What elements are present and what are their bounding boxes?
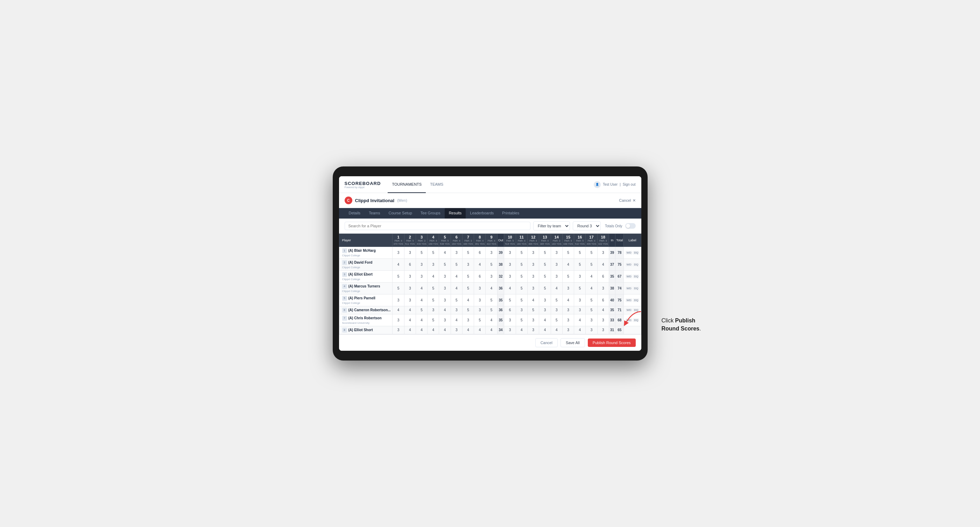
hole-15-score[interactable]: 5 — [562, 246, 574, 259]
hole-5-score[interactable]: 3 — [439, 270, 451, 282]
hole-13-score[interactable]: 5 — [539, 246, 551, 259]
dq-badge[interactable]: DQ — [633, 286, 639, 290]
tab-details[interactable]: Details — [345, 208, 365, 219]
hole-15-score[interactable]: 3 — [562, 326, 574, 334]
hole-9-score[interactable]: 4 — [486, 314, 497, 326]
hole-6-score[interactable]: 3 — [451, 326, 462, 334]
wd-badge[interactable]: WD — [625, 263, 632, 267]
hole-5-score[interactable]: 3 — [439, 282, 451, 294]
hole-9-score[interactable]: 4 — [486, 282, 497, 294]
hole-7-score[interactable]: 5 — [462, 306, 474, 314]
hole-2-score[interactable]: 6 — [404, 259, 416, 270]
hole-4-score[interactable]: 5 — [428, 246, 439, 259]
hole-13-score[interactable]: 5 — [539, 270, 551, 282]
hole-1-score[interactable]: 3 — [393, 294, 404, 306]
hole-6-score[interactable]: 5 — [451, 294, 462, 306]
hole-14-score[interactable]: 3 — [551, 246, 562, 259]
hole-7-score[interactable]: 5 — [462, 282, 474, 294]
dq-badge[interactable]: DQ — [633, 263, 639, 267]
hole-17-score[interactable]: 5 — [586, 259, 597, 270]
hole-8-score[interactable]: 6 — [474, 270, 486, 282]
cancel-button[interactable]: Cancel — [535, 338, 558, 347]
tab-tee-groups[interactable]: Tee Groups — [416, 208, 445, 219]
hole-11-score[interactable]: 5 — [516, 314, 527, 326]
hole-4-score[interactable]: 4 — [428, 270, 439, 282]
hole-10-score[interactable]: 3 — [504, 326, 516, 334]
hole-17-score[interactable]: 5 — [586, 246, 597, 259]
hole-18-score[interactable]: 6 — [597, 270, 609, 282]
hole-12-score[interactable]: 3 — [528, 270, 539, 282]
hole-16-score[interactable]: 5 — [574, 282, 586, 294]
filter-by-team-select[interactable]: Filter by team — [533, 221, 570, 230]
wd-badge[interactable]: WD — [625, 298, 632, 302]
hole-18-score[interactable]: 3 — [597, 282, 609, 294]
hole-4-score[interactable]: 5 — [428, 282, 439, 294]
hole-11-score[interactable]: 3 — [516, 306, 527, 314]
hole-1-score[interactable]: 3 — [393, 314, 404, 326]
hole-5-score[interactable]: 3 — [439, 294, 451, 306]
hole-7-score[interactable]: 3 — [462, 314, 474, 326]
hole-1-score[interactable]: 5 — [393, 270, 404, 282]
wd-badge[interactable]: WD — [625, 275, 632, 278]
hole-3-score[interactable]: 5 — [416, 246, 427, 259]
hole-11-score[interactable]: 5 — [516, 270, 527, 282]
hole-16-score[interactable]: 3 — [574, 270, 586, 282]
hole-12-score[interactable]: 3 — [528, 326, 539, 334]
totals-only-toggle[interactable] — [625, 223, 636, 229]
hole-9-score[interactable]: 4 — [486, 326, 497, 334]
hole-10-score[interactable]: 4 — [504, 282, 516, 294]
hole-8-score[interactable]: 3 — [474, 294, 486, 306]
hole-15-score[interactable]: 3 — [562, 282, 574, 294]
hole-8-score[interactable]: 4 — [474, 259, 486, 270]
hole-16-score[interactable]: 3 — [574, 294, 586, 306]
hole-3-score[interactable]: 5 — [416, 306, 427, 314]
hole-8-score[interactable]: 3 — [474, 282, 486, 294]
tab-leaderboards[interactable]: Leaderboards — [466, 208, 498, 219]
hole-11-score[interactable]: 5 — [516, 259, 527, 270]
hole-7-score[interactable]: 3 — [462, 259, 474, 270]
hole-18-score[interactable]: 3 — [597, 246, 609, 259]
hole-3-score[interactable]: 3 — [416, 259, 427, 270]
hole-3-score[interactable]: 4 — [416, 294, 427, 306]
hole-17-score[interactable]: 4 — [586, 270, 597, 282]
hole-16-score[interactable]: 4 — [574, 326, 586, 334]
hole-5-score[interactable]: 4 — [439, 246, 451, 259]
hole-3-score[interactable]: 4 — [416, 326, 427, 334]
hole-8-score[interactable]: 4 — [474, 326, 486, 334]
hole-2-score[interactable]: 4 — [404, 314, 416, 326]
search-input[interactable] — [345, 222, 531, 230]
cancel-tournament-button[interactable]: Cancel ✕ — [619, 198, 635, 203]
hole-13-score[interactable]: 5 — [539, 259, 551, 270]
save-all-button[interactable]: Save All — [560, 338, 585, 347]
hole-2-score[interactable]: 3 — [404, 270, 416, 282]
tab-results[interactable]: Results — [445, 208, 466, 219]
hole-2-score[interactable]: 4 — [404, 306, 416, 314]
hole-13-score[interactable]: 4 — [539, 326, 551, 334]
hole-14-score[interactable]: 3 — [551, 270, 562, 282]
hole-1-score[interactable]: 3 — [393, 326, 404, 334]
hole-16-score[interactable]: 5 — [574, 259, 586, 270]
hole-15-score[interactable]: 3 — [562, 314, 574, 326]
hole-9-score[interactable]: 5 — [486, 259, 497, 270]
hole-12-score[interactable]: 3 — [528, 246, 539, 259]
hole-12-score[interactable]: 5 — [528, 306, 539, 314]
dq-badge[interactable]: DQ — [633, 251, 639, 255]
hole-2-score[interactable]: 4 — [404, 326, 416, 334]
hole-13-score[interactable]: 4 — [539, 314, 551, 326]
hole-11-score[interactable]: 5 — [516, 282, 527, 294]
hole-8-score[interactable]: 6 — [474, 246, 486, 259]
hole-9-score[interactable]: 5 — [486, 294, 497, 306]
hole-12-score[interactable]: 3 — [528, 314, 539, 326]
hole-5-score[interactable]: 4 — [439, 326, 451, 334]
hole-14-score[interactable]: 4 — [551, 326, 562, 334]
tab-course-setup[interactable]: Course Setup — [385, 208, 416, 219]
hole-13-score[interactable]: 5 — [539, 282, 551, 294]
hole-10-score[interactable]: 3 — [504, 314, 516, 326]
hole-12-score[interactable]: 3 — [528, 259, 539, 270]
hole-1-score[interactable]: 4 — [393, 259, 404, 270]
hole-4-score[interactable]: 3 — [428, 259, 439, 270]
nav-tournaments[interactable]: TOURNAMENTS — [388, 176, 426, 193]
hole-13-score[interactable]: 3 — [539, 306, 551, 314]
hole-7-score[interactable]: 5 — [462, 270, 474, 282]
sign-out-link[interactable]: Sign out — [623, 183, 636, 186]
